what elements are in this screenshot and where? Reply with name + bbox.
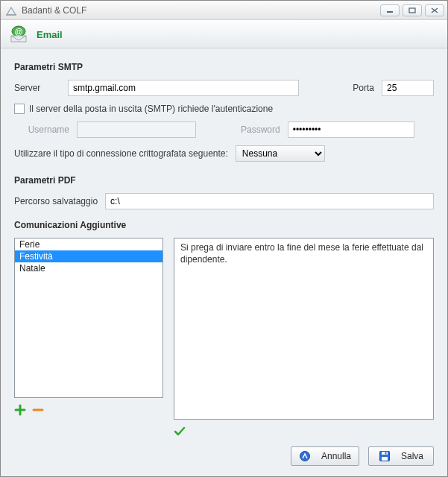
- pdf-path-label: Percorso salvataggio: [14, 196, 98, 206]
- svg-rect-0: [6, 14, 16, 16]
- svg-rect-2: [409, 8, 415, 13]
- svg-rect-5: [11, 36, 26, 42]
- close-button[interactable]: [425, 4, 444, 16]
- page-header: @ Email: [1, 20, 447, 48]
- svg-text:@: @: [15, 27, 23, 36]
- encryption-label: Utilizzare il tipo di connessione critto…: [14, 148, 228, 159]
- pdf-section-title: Parametri PDF: [14, 175, 434, 186]
- encryption-row: Utilizzare il tipo di connessione critto…: [14, 145, 434, 162]
- titlebar: Badanti & COLF: [1, 1, 447, 20]
- cancel-label: Annulla: [321, 451, 351, 461]
- list-item[interactable]: Festività: [15, 250, 163, 262]
- cancel-button[interactable]: Annulla: [291, 446, 359, 466]
- app-window: Badanti & COLF @ Email Parametri: [0, 0, 448, 477]
- username-label: Username: [23, 124, 69, 135]
- list-tools: [14, 404, 163, 416]
- server-row: Server Porta: [14, 80, 434, 96]
- port-input[interactable]: [382, 80, 434, 96]
- svg-rect-9: [382, 452, 388, 455]
- footer: Annulla Salva: [14, 437, 434, 466]
- username-input: [77, 121, 196, 138]
- save-label: Salva: [401, 451, 423, 461]
- text-tools: [174, 426, 434, 437]
- page-title: Email: [37, 29, 63, 40]
- port-label: Porta: [353, 83, 374, 93]
- email-icon: @: [8, 25, 29, 43]
- auth-checkbox[interactable]: [14, 104, 25, 114]
- server-label: Server: [14, 83, 60, 93]
- list-item[interactable]: Ferie: [15, 238, 163, 250]
- window-controls: [380, 4, 444, 16]
- add-item-button[interactable]: [14, 404, 26, 416]
- app-icon: [5, 4, 17, 16]
- auth-label: Il server della posta in uscita (SMTP) r…: [29, 104, 273, 114]
- password-label: Password: [241, 124, 280, 135]
- smtp-section-title: Parametri SMTP: [14, 62, 434, 72]
- server-input[interactable]: [68, 80, 299, 96]
- minimize-button[interactable]: [380, 4, 400, 16]
- remove-item-button[interactable]: [32, 404, 44, 416]
- list-item[interactable]: Natale: [15, 262, 163, 274]
- encryption-select[interactable]: Nessuna: [236, 145, 325, 162]
- comm-section-title: Comunicazioni Aggiuntive: [14, 220, 434, 230]
- comm-area: FerieFestivitàNatale Si prega di inviare…: [14, 238, 434, 437]
- window-title: Badanti & COLF: [22, 5, 380, 16]
- password-input[interactable]: [288, 121, 414, 138]
- save-icon: [379, 450, 391, 462]
- auth-checkbox-row[interactable]: Il server della posta in uscita (SMTP) r…: [14, 104, 434, 114]
- credentials-row: Username Password: [14, 121, 434, 138]
- pdf-path-input[interactable]: [105, 193, 434, 209]
- svg-rect-10: [382, 457, 388, 461]
- maximize-button[interactable]: [403, 4, 422, 16]
- svg-rect-11: [385, 452, 386, 455]
- content-area: Parametri SMTP Server Porta Il server de…: [1, 48, 447, 476]
- confirm-text-button[interactable]: [174, 426, 186, 437]
- pdf-path-row: Percorso salvataggio: [14, 193, 434, 209]
- svg-rect-1: [387, 11, 393, 13]
- cancel-icon: [299, 450, 311, 462]
- comm-text[interactable]: Si prega di inviare entro la fine del me…: [174, 238, 434, 420]
- comm-listbox[interactable]: FerieFestivitàNatale: [14, 238, 163, 398]
- save-button[interactable]: Salva: [368, 446, 434, 466]
